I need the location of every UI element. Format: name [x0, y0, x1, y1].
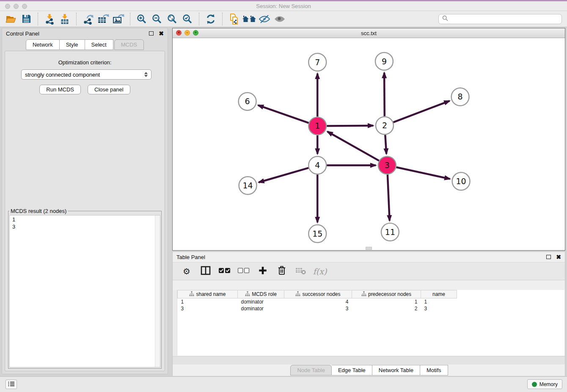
import-network-button[interactable]: [42, 12, 57, 26]
show-columns-button[interactable]: [199, 265, 212, 278]
table-row[interactable]: 3dominator323: [178, 305, 457, 312]
run-mcds-button[interactable]: Run MCDS: [39, 85, 81, 94]
table-cell[interactable]: 4: [284, 298, 352, 306]
save-session-button[interactable]: [19, 12, 34, 26]
graph-node-6[interactable]: 6: [239, 93, 256, 110]
show-all-button[interactable]: [272, 12, 287, 26]
graph-edge-1-2[interactable]: [327, 126, 373, 126]
hide-selected-button[interactable]: [257, 12, 272, 26]
zoom-in-button[interactable]: [134, 12, 149, 26]
duplicate-network-button[interactable]: [226, 12, 242, 26]
tab-node-table[interactable]: Node Table: [290, 365, 332, 375]
table-tabs: Node TableEdge TableNetwork TableMotifs: [173, 364, 565, 376]
tab-style[interactable]: Style: [60, 39, 85, 50]
graph-edge-3-1[interactable]: [328, 132, 379, 161]
table-cell[interactable]: 3: [284, 305, 352, 312]
float-panel-icon[interactable]: [149, 31, 154, 36]
export-table-button[interactable]: [96, 12, 111, 26]
columns-icon: [201, 266, 211, 276]
tab-select[interactable]: Select: [85, 39, 113, 50]
graph-node-3[interactable]: 3: [378, 156, 396, 174]
zoom-in-icon: [136, 14, 147, 25]
column-header-predecessor-nodes[interactable]: predecessor nodes: [352, 290, 421, 298]
graph-node-label: 9: [382, 57, 387, 66]
graph-node-11[interactable]: 11: [381, 223, 399, 241]
task-history-button[interactable]: [6, 380, 17, 389]
refresh-button[interactable]: [203, 12, 218, 26]
import-table-button[interactable]: [57, 12, 72, 26]
table-row[interactable]: 1dominator411: [178, 298, 457, 306]
network-graph[interactable]: 7968124314101511: [173, 38, 565, 250]
open-session-button[interactable]: [3, 12, 19, 26]
graph-edge-3-11[interactable]: [388, 174, 390, 221]
graph-node-7[interactable]: 7: [308, 53, 326, 71]
graph-node-9[interactable]: 9: [375, 52, 393, 70]
search-box[interactable]: [438, 14, 562, 24]
zoom-fit-button[interactable]: [165, 12, 180, 26]
close-panel-icon[interactable]: ✖: [159, 30, 164, 36]
zoom-out-button[interactable]: [149, 12, 165, 26]
tab-network-table[interactable]: Network Table: [372, 365, 420, 375]
column-header-successor-nodes[interactable]: successor nodes: [284, 290, 352, 298]
control-panel-title: Control Panel: [6, 30, 39, 37]
tab-mcds[interactable]: MCDS: [114, 39, 144, 50]
delete-column-button[interactable]: [275, 265, 289, 278]
table-cell[interactable]: 3: [178, 305, 238, 312]
graph-node-10[interactable]: 10: [452, 172, 470, 190]
column-header-name[interactable]: name: [421, 290, 457, 298]
criterion-dropdown[interactable]: strongly connected component: [21, 69, 151, 80]
graph-edge-2-9[interactable]: [384, 73, 385, 116]
mcds-result-area[interactable]: 1 3: [9, 215, 160, 367]
zoom-selected-button[interactable]: [180, 12, 195, 26]
graph-node-label: 3: [385, 160, 390, 170]
column-header-shared-name[interactable]: shared name: [178, 290, 238, 298]
search-input[interactable]: [451, 16, 558, 23]
deselect-all-rows-button[interactable]: [237, 265, 250, 278]
graph-edge-4-14[interactable]: [259, 168, 308, 182]
export-network-button[interactable]: [80, 12, 96, 26]
graph-edge-1-6[interactable]: [258, 105, 309, 123]
graph-edge-2-8[interactable]: [393, 101, 449, 122]
graph-edge-3-10[interactable]: [396, 167, 450, 179]
table-cell[interactable]: 1: [421, 298, 457, 306]
export-image-icon: [113, 14, 124, 25]
graph-node-14[interactable]: 14: [239, 177, 257, 194]
graph-node-label: 14: [243, 181, 253, 190]
close-panel-button[interactable]: Close panel: [88, 85, 130, 94]
table-cell[interactable]: dominator: [238, 298, 284, 306]
graph-node-1[interactable]: 1: [308, 117, 326, 135]
add-column-button[interactable]: [256, 265, 270, 278]
tab-edge-table[interactable]: Edge Table: [332, 365, 372, 375]
export-table-icon: [97, 14, 109, 25]
column-header-mcds-role[interactable]: MCDS role: [238, 290, 284, 298]
table-settings-button[interactable]: ⚙: [180, 265, 193, 278]
float-table-panel-icon[interactable]: [546, 255, 551, 259]
table-cell[interactable]: 1: [178, 298, 238, 306]
graph-node-4[interactable]: 4: [308, 156, 326, 174]
network-canvas[interactable]: 7968124314101511: [173, 38, 565, 250]
table-toolbar: ⚙ f(x): [173, 262, 565, 280]
export-image-button[interactable]: [111, 12, 126, 26]
layout-button[interactable]: [242, 12, 257, 26]
graph-node-8[interactable]: 8: [451, 88, 469, 106]
memory-button[interactable]: Memory: [527, 379, 562, 389]
result-scrollbar[interactable]: [155, 215, 160, 367]
tab-network[interactable]: Network: [26, 39, 60, 50]
plus-icon: [258, 266, 267, 276]
tab-motifs[interactable]: Motifs: [420, 365, 448, 375]
graph-node-2[interactable]: 2: [376, 117, 394, 135]
table-cell[interactable]: 2: [352, 305, 421, 312]
graph-node-label: 4: [315, 160, 320, 170]
control-panel-tabs: NetworkStyleSelectMCDS: [2, 39, 168, 50]
table-cell[interactable]: 3: [421, 305, 457, 312]
close-table-panel-icon[interactable]: ✖: [556, 254, 561, 260]
table-cell[interactable]: 1: [352, 298, 421, 306]
network-resize-grip[interactable]: [366, 247, 372, 250]
function-builder-button[interactable]: f(x): [313, 265, 327, 278]
network-window-titlebar[interactable]: ✕ − + scc.txt: [173, 28, 565, 38]
graph-node-15[interactable]: 15: [308, 225, 326, 243]
graph-edge-2-3[interactable]: [385, 135, 386, 154]
select-all-rows-button[interactable]: [218, 265, 231, 278]
table-cell[interactable]: dominator: [238, 305, 284, 312]
delete-table-button[interactable]: [294, 265, 308, 278]
